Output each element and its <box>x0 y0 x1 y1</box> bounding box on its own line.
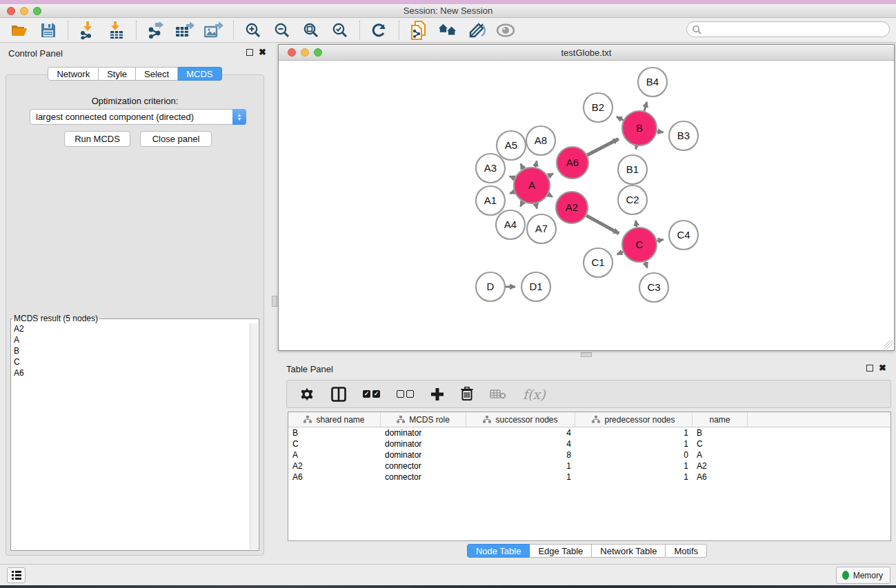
search-field[interactable] <box>686 21 890 37</box>
table-cell[interactable]: A6 <box>693 472 748 482</box>
zoom-fit-icon[interactable] <box>301 21 321 40</box>
network-canvas[interactable]: A5A8A3A1A4A7AA6A2B2B4B3B1BC2C4C1C3CDD1 <box>279 61 894 350</box>
result-list-scrollbar[interactable] <box>250 323 258 549</box>
export-table-icon[interactable] <box>175 21 195 40</box>
edge-B-B3[interactable] <box>657 131 664 132</box>
graph-node-C3[interactable]: C3 <box>639 273 668 302</box>
table-cell[interactable]: 1 <box>575 428 693 438</box>
graph-node-C4[interactable]: C4 <box>669 221 698 250</box>
refresh-icon[interactable] <box>370 21 389 40</box>
graph-node-A2[interactable]: A2 <box>556 192 588 223</box>
import-table-icon[interactable] <box>107 21 126 40</box>
tab-node-table[interactable]: Node Table <box>467 544 530 558</box>
select-all-icon[interactable]: ✓✓ <box>363 385 380 404</box>
network-window-titlebar[interactable]: testGlobe.txt <box>279 45 894 61</box>
table-cell[interactable]: 4 <box>466 428 575 438</box>
float-table-panel-icon[interactable] <box>866 365 873 372</box>
delete-table-icon[interactable] <box>490 385 506 404</box>
search-input[interactable] <box>704 25 889 34</box>
zoom-in-icon[interactable] <box>243 21 263 40</box>
graph-node-B1[interactable]: B1 <box>618 155 647 184</box>
edge-A-A2[interactable] <box>548 194 552 196</box>
column-header-shared-name[interactable]: shared name <box>288 412 381 427</box>
export-network-icon[interactable] <box>146 21 166 40</box>
edge-A-A6[interactable] <box>548 174 554 176</box>
graph-node-A5[interactable]: A5 <box>497 131 526 160</box>
table-cell[interactable]: 8 <box>466 450 575 460</box>
tab-style[interactable]: Style <box>99 67 136 81</box>
column-header-name[interactable]: name <box>693 412 748 427</box>
delete-column-icon[interactable] <box>461 385 473 404</box>
graph-node-B2[interactable]: B2 <box>584 93 613 122</box>
table-cell[interactable]: A <box>693 450 748 460</box>
result-list-item[interactable]: C <box>12 356 250 367</box>
table-cell[interactable]: dominator <box>381 428 466 438</box>
graph-node-C1[interactable]: C1 <box>584 248 613 277</box>
table-cell[interactable]: 4 <box>466 439 575 449</box>
run-mcds-button[interactable]: Run MCDS <box>64 131 130 147</box>
float-panel-icon[interactable] <box>246 49 253 56</box>
vertical-splitter-handle[interactable] <box>272 296 277 307</box>
graph-node-A[interactable]: A <box>514 168 550 203</box>
table-cell[interactable]: dominator <box>381 450 466 460</box>
table-cell[interactable]: A2 <box>288 461 381 471</box>
edge-B-B1[interactable] <box>636 146 637 150</box>
close-table-panel-icon[interactable]: ✖ <box>879 365 886 372</box>
edge-C-C3[interactable] <box>645 262 647 268</box>
column-header-MCDS-role[interactable]: MCDS role <box>381 412 466 427</box>
table-cell[interactable]: A6 <box>288 472 381 482</box>
edge-B-B4[interactable] <box>644 102 647 111</box>
edge-A-A7[interactable] <box>536 203 537 208</box>
graph-node-B4[interactable]: B4 <box>638 68 667 97</box>
edge-A-A3[interactable] <box>510 176 515 179</box>
window-resize-grip[interactable] <box>884 341 893 349</box>
tab-network[interactable]: Network <box>48 67 99 81</box>
graph-node-B[interactable]: B <box>622 111 657 145</box>
edge-A-A5[interactable] <box>521 164 524 169</box>
graph-node-A4[interactable]: A4 <box>496 210 525 239</box>
result-list-item[interactable]: A <box>12 334 250 345</box>
close-panel-button[interactable]: Close panel <box>140 131 212 147</box>
tab-mcds[interactable]: MCDS <box>178 67 221 81</box>
tab-select[interactable]: Select <box>136 67 178 81</box>
graph-node-C[interactable]: C <box>622 227 657 262</box>
table-row[interactable]: Adominator80A <box>288 449 890 460</box>
graph-node-A1[interactable]: A1 <box>476 186 505 215</box>
criterion-dropdown[interactable]: largest connected component (directed) ▲… <box>30 109 246 125</box>
table-row[interactable]: A2connector11A2 <box>288 460 890 472</box>
graph-node-C2[interactable]: C2 <box>618 185 647 214</box>
table-cell[interactable]: dominator <box>381 439 466 449</box>
edge-C-C4[interactable] <box>657 239 663 241</box>
tab-motifs[interactable]: Motifs <box>666 544 707 558</box>
table-cell[interactable]: 1 <box>466 461 575 471</box>
table-row[interactable]: Bdominator41B <box>288 427 890 438</box>
home-layout-icon[interactable] <box>438 21 457 40</box>
table-cell[interactable]: connector <box>381 472 466 482</box>
edge-A-A1[interactable] <box>510 192 514 193</box>
tab-network-table[interactable]: Network Table <box>592 544 666 558</box>
edge-A2-C[interactable] <box>586 216 619 234</box>
edge-C-C2[interactable] <box>636 221 637 227</box>
result-list-item[interactable]: A2 <box>12 323 250 334</box>
edge-A-A4[interactable] <box>520 202 523 207</box>
graph-node-A7[interactable]: A7 <box>527 214 556 243</box>
horizontal-splitter-handle[interactable] <box>581 352 592 357</box>
column-header-predecessor-nodes[interactable]: predecessor nodes <box>575 412 693 427</box>
function-builder-icon[interactable]: f(x) <box>523 385 546 404</box>
node-table[interactable]: shared nameMCDS rolesuccessor nodesprede… <box>288 412 891 541</box>
table-cell[interactable]: C <box>288 439 381 449</box>
column-header-successor-nodes[interactable]: successor nodes <box>466 412 575 427</box>
edge-A6-B[interactable] <box>587 139 618 155</box>
table-cell[interactable]: B <box>693 428 748 438</box>
graph-node-B3[interactable]: B3 <box>669 121 698 150</box>
save-session-icon[interactable] <box>39 21 58 40</box>
hide-annotations-icon[interactable] <box>467 21 486 40</box>
table-cell[interactable]: 1 <box>466 472 575 482</box>
table-cell[interactable]: A <box>288 450 381 460</box>
gear-icon[interactable] <box>299 385 315 404</box>
show-graphics-icon[interactable] <box>496 21 515 40</box>
table-cell[interactable]: 1 <box>575 461 693 471</box>
table-cell[interactable]: A2 <box>693 461 748 471</box>
zoom-selected-icon[interactable] <box>330 21 350 40</box>
open-file-icon[interactable] <box>10 21 29 40</box>
